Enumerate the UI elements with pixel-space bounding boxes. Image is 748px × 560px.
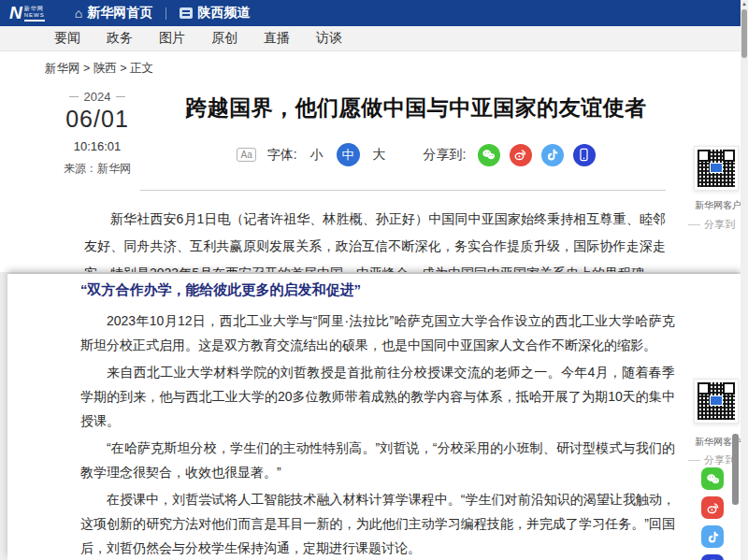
qr-center-logo xyxy=(710,395,723,406)
font-small-button[interactable]: 小 xyxy=(309,147,325,164)
nav-item-tupian[interactable]: 图片 xyxy=(146,30,198,47)
article-header: 2024 06/01 10:16:01 来源：新华网 跨越国界，他们愿做中国与中… xyxy=(0,77,748,177)
side-share-stack xyxy=(701,467,724,560)
logo-text: 新华网 NEWS xyxy=(24,6,45,22)
date-monthday: 06/01 xyxy=(45,106,150,133)
home-link-label: 新华网首页 xyxy=(87,5,152,22)
share-wechat-button[interactable] xyxy=(478,144,500,166)
browser-scrollbar: ▲ xyxy=(741,0,748,560)
inner-scrollbar-thumb[interactable] xyxy=(732,434,739,505)
share-client-button[interactable] xyxy=(573,144,596,166)
top-header: N 新华网 NEWS ⌂ 新华网首页 陕西频道 xyxy=(0,0,748,26)
date-year: 2024 xyxy=(45,90,150,104)
article-paragraph: 在授课中，刘哲尝试将人工智能技术融入材料计算学课程中。“学生们对前沿知识的渴望让… xyxy=(80,487,675,560)
qr-code xyxy=(698,150,735,187)
logo-cn: 新华网 xyxy=(24,6,45,12)
xinhua-logo[interactable]: N 新华网 NEWS xyxy=(9,3,45,23)
font-label: 字体: xyxy=(267,147,297,164)
outer-scrollbar-thumb[interactable] xyxy=(741,9,747,58)
qr-center-logo xyxy=(710,163,723,173)
qr-caption-top: 新华网客户端 xyxy=(695,199,743,212)
date-block: 2024 06/01 10:16:01 来源：新华网 xyxy=(45,90,150,177)
qr-widget-bottom xyxy=(694,379,739,424)
nav-item-zhengwu[interactable]: 政务 xyxy=(94,30,146,47)
side-share-douyin-button[interactable] xyxy=(701,525,724,548)
douyin-icon xyxy=(705,529,721,545)
date-time: 10:16:01 xyxy=(45,139,150,153)
nav-item-yuanchuang[interactable]: 原创 xyxy=(198,30,251,47)
wechat-icon xyxy=(481,147,496,163)
weibo-icon xyxy=(512,147,528,163)
article-paragraph: 2023年10月12日，西北工业大学与“阿里·法拉比”哈萨克国立大学合作设立的西… xyxy=(80,309,675,357)
home-link[interactable]: ⌂ 新华网首页 xyxy=(75,5,152,22)
lower-section: “双方合作办学，能给彼此更多的启发和促进” 2023年10月12日，西北工业大学… xyxy=(0,272,741,560)
article-source: 来源：新华网 xyxy=(45,161,150,177)
scroll-up-icon[interactable]: ▲ xyxy=(741,1,748,7)
douyin-icon xyxy=(544,147,560,163)
section-nav: 要闻 政务 图片 原创 直播 访谈 xyxy=(0,26,748,51)
page-title: 跨越国界，他们愿做中国与中亚国家的友谊使者 xyxy=(150,93,683,122)
share-label: 分享到: xyxy=(424,147,467,164)
article-paragraph: 来自西北工业大学材料学院的刘哲教授是首批前往分校授课交流的老师之一。今年4月，随… xyxy=(80,360,675,433)
nav-item-fangtan[interactable]: 访谈 xyxy=(303,30,355,47)
side-share-text: 分享到 xyxy=(704,453,735,467)
source-value: 新华网 xyxy=(97,162,131,175)
side-share-client-button[interactable] xyxy=(701,554,724,560)
nav-item-yaowen[interactable]: 要闻 xyxy=(41,30,94,47)
nav-item-zhibo[interactable]: 直播 xyxy=(251,30,303,47)
wechat-icon xyxy=(705,471,721,487)
article-subheading: “双方合作办学，能给彼此更多的启发和促进” xyxy=(80,281,675,299)
article-paragraph: “在哈萨克斯坦分校，学生们的主动性特别高。”刘哲说，“分校采用的小班制、研讨型模… xyxy=(80,436,675,484)
article-body-card: “双方合作办学，能给彼此更多的启发和促进” 2023年10月12日，西北工业大学… xyxy=(7,274,741,560)
home-icon: ⌂ xyxy=(75,7,82,20)
qr-code xyxy=(698,382,735,420)
font-large-button[interactable]: 大 xyxy=(371,147,388,164)
header-divider xyxy=(165,7,166,20)
channel-link[interactable]: 陕西频道 xyxy=(180,5,250,22)
side-share-wechat-button[interactable] xyxy=(701,467,724,490)
share-row xyxy=(478,144,596,166)
breadcrumb[interactable]: 新华网 > 陕西 > 正文 xyxy=(0,51,748,77)
mobile-icon xyxy=(576,147,592,163)
share-douyin-button[interactable] xyxy=(541,144,564,166)
qr-widget-top xyxy=(694,146,739,191)
header-rule xyxy=(140,190,666,191)
share-weibo-button[interactable] xyxy=(510,144,532,166)
channel-link-label: 陕西频道 xyxy=(197,5,250,22)
font-medium-button[interactable]: 中 xyxy=(337,143,360,166)
side-share-text: 分享到 xyxy=(704,218,735,232)
font-size-icon: Aa xyxy=(237,148,255,162)
logo-en: NEWS xyxy=(24,12,45,19)
article-toolbar: Aa 字体: 小 中 大 分享到: xyxy=(150,143,683,166)
logo-n-glyph: N xyxy=(9,3,22,23)
channel-icon xyxy=(180,7,193,19)
weibo-icon xyxy=(705,500,721,516)
side-share-weibo-button[interactable] xyxy=(701,496,724,519)
source-label: 来源： xyxy=(64,162,97,175)
side-share-label-top: 分享到 xyxy=(688,218,742,232)
title-zone: 跨越国界，他们愿做中国与中亚国家的友谊使者 Aa 字体: 小 中 大 分享到: xyxy=(150,90,748,177)
